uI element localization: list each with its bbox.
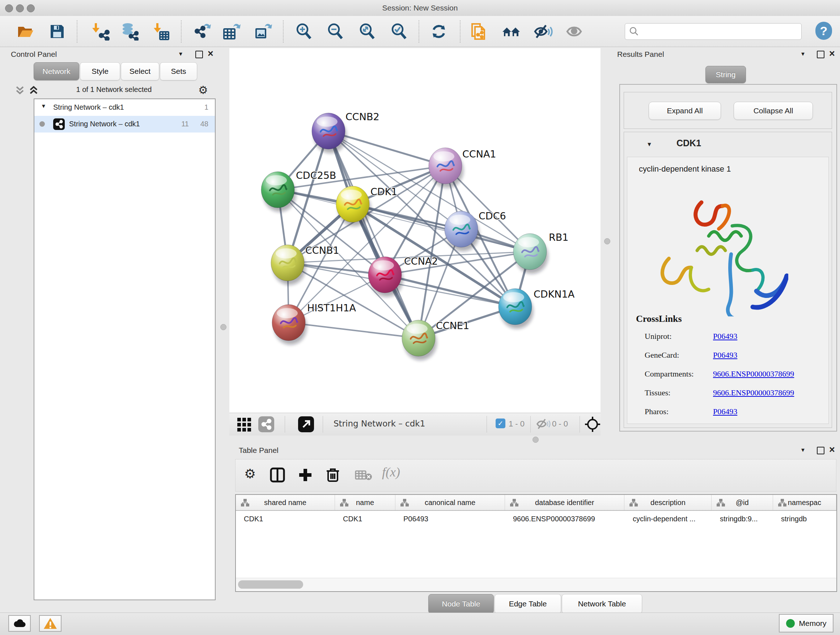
table-cell[interactable]: stringdb bbox=[773, 511, 836, 527]
network-node-ccne1[interactable]: CCNE1 bbox=[402, 320, 469, 360]
results-panel-close-icon[interactable]: × bbox=[829, 48, 835, 59]
function-builder-icon: f(x) bbox=[382, 464, 400, 480]
search-input[interactable] bbox=[625, 23, 802, 40]
network-node-rb1[interactable]: RB1 bbox=[513, 232, 568, 274]
table-cell[interactable]: CDK1 bbox=[236, 511, 335, 527]
home-pages-icon[interactable] bbox=[502, 22, 520, 41]
bottom-splitter-handle[interactable] bbox=[532, 437, 538, 443]
network-node-ccna1[interactable]: CCNA1 bbox=[429, 148, 496, 188]
tab-style[interactable]: Style bbox=[80, 62, 120, 80]
table-settings-gear-icon[interactable]: ⚙ bbox=[244, 467, 256, 480]
delete-column-trash-icon[interactable] bbox=[325, 467, 340, 484]
table-panel-float-icon[interactable] bbox=[817, 447, 824, 456]
tab-select[interactable]: Select bbox=[121, 62, 159, 80]
zoom-selected-icon[interactable] bbox=[390, 22, 408, 41]
column-header-canonical-name[interactable]: canonical name bbox=[395, 495, 505, 510]
table-cell[interactable]: P06493 bbox=[395, 511, 505, 527]
control-panel-float-icon[interactable] bbox=[195, 51, 203, 60]
help-button[interactable]: ? bbox=[815, 22, 832, 40]
network-row[interactable]: String Network – cdk1 11 48 bbox=[34, 116, 215, 133]
birds-eye-view-icon[interactable] bbox=[298, 416, 314, 434]
control-panel-collapse-icon[interactable]: ▼ bbox=[178, 51, 183, 57]
add-column-icon[interactable] bbox=[298, 467, 313, 484]
network-node-cdc6[interactable]: CDC6 bbox=[445, 211, 506, 251]
zoom-in-icon[interactable] bbox=[295, 22, 313, 41]
table-panel-close-icon[interactable]: × bbox=[829, 444, 835, 455]
results-panel-collapse-icon[interactable]: ▼ bbox=[800, 51, 806, 57]
warning-status-button[interactable] bbox=[39, 615, 62, 632]
memory-button[interactable]: Memory bbox=[779, 614, 834, 632]
network-collection-row[interactable]: ▼ String Network – cdk1 1 bbox=[34, 99, 215, 116]
tab-node-table[interactable]: Node Table bbox=[428, 594, 494, 614]
column-header-name[interactable]: name bbox=[335, 495, 395, 510]
column-header--id[interactable]: @id bbox=[712, 495, 773, 510]
control-panel-close-icon[interactable]: × bbox=[208, 48, 213, 59]
refresh-icon[interactable] bbox=[430, 22, 448, 41]
network-node-count: 11 bbox=[181, 120, 189, 128]
tab-sets[interactable]: Sets bbox=[160, 62, 197, 80]
right-splitter-handle[interactable] bbox=[604, 238, 610, 244]
expand-all-button[interactable]: Expand All bbox=[649, 102, 721, 120]
gene-collapse-icon[interactable]: ▼ bbox=[646, 141, 652, 148]
crosslink-link[interactable]: 9606.ENSP00000378699 bbox=[713, 388, 794, 397]
table-columns-icon[interactable] bbox=[270, 467, 285, 484]
tab-string[interactable]: String bbox=[706, 66, 746, 83]
scrollbar-thumb[interactable] bbox=[238, 580, 303, 589]
network-options-gear-icon[interactable]: ⚙ bbox=[198, 85, 208, 96]
network-canvas[interactable]: CCNB2CCNA1CDC25BCDK1CDC6RB1CCNB1CCNA2CDK… bbox=[229, 48, 600, 413]
network-node-ccnb1[interactable]: CCNB1 bbox=[271, 245, 339, 285]
results-panel-title: Results Panel bbox=[617, 50, 664, 59]
column-header-description[interactable]: description bbox=[624, 495, 712, 510]
import-network-from-database-icon[interactable] bbox=[120, 22, 139, 41]
tab-edge-table[interactable]: Edge Table bbox=[494, 594, 561, 614]
network-share-view-icon[interactable] bbox=[258, 416, 274, 434]
export-image-icon[interactable] bbox=[254, 22, 272, 41]
save-session-icon[interactable] bbox=[48, 22, 66, 41]
column-header-database-identifier[interactable]: database identifier bbox=[505, 495, 625, 510]
export-table-icon[interactable] bbox=[223, 22, 240, 41]
copy-network-icon[interactable] bbox=[469, 22, 487, 41]
control-panel-title: Control Panel bbox=[11, 50, 57, 59]
network-node-cdkn1a[interactable]: CDKN1A bbox=[499, 288, 575, 329]
column-type-icon bbox=[716, 498, 725, 507]
fit-selection-crosshair-icon[interactable] bbox=[584, 416, 601, 434]
zoom-out-icon[interactable] bbox=[326, 22, 344, 41]
hide-selected-eye-icon[interactable] bbox=[534, 22, 552, 41]
table-cell[interactable]: cyclin-dependent ... bbox=[625, 511, 712, 527]
grid-view-icon[interactable] bbox=[237, 417, 252, 433]
export-network-icon[interactable] bbox=[194, 22, 212, 41]
open-session-icon[interactable] bbox=[16, 22, 34, 41]
table-row[interactable]: CDK1CDK1P064939606.ENSP00000378699cyclin… bbox=[236, 511, 836, 527]
table-toolbar: ⚙ f(x) bbox=[235, 459, 836, 492]
network-node-cdk1[interactable]: CDK1 bbox=[336, 186, 398, 226]
column-header-shared-name[interactable]: shared name bbox=[236, 495, 335, 510]
crosslink-link[interactable]: P06493 bbox=[713, 350, 737, 360]
crosslink-link[interactable]: P06493 bbox=[713, 332, 737, 341]
table-cell[interactable]: stringdb:9... bbox=[712, 511, 773, 527]
tab-network-table[interactable]: Network Table bbox=[562, 594, 642, 614]
selected-nodes-checkbox-icon[interactable]: ✓ bbox=[496, 418, 505, 428]
gene-section: ▼ CDK1 cyclin-dependent kinase 1 bbox=[624, 132, 832, 428]
crosslink-link[interactable]: P06493 bbox=[713, 407, 737, 416]
table-cell[interactable]: CDK1 bbox=[335, 511, 395, 527]
left-splitter-handle[interactable] bbox=[220, 324, 226, 330]
table-panel-collapse-icon[interactable]: ▼ bbox=[800, 447, 806, 453]
zoom-fit-icon[interactable] bbox=[358, 22, 376, 41]
results-panel-float-icon[interactable] bbox=[817, 51, 824, 60]
collapse-all-networks-icon[interactable] bbox=[14, 85, 27, 98]
table-cell[interactable]: 9606.ENSP00000378699 bbox=[505, 511, 625, 527]
table-horizontal-scrollbar[interactable] bbox=[236, 578, 836, 591]
collapse-all-button[interactable]: Collapse All bbox=[734, 102, 813, 120]
import-table-icon[interactable] bbox=[152, 22, 170, 41]
tab-network[interactable]: Network bbox=[34, 62, 79, 80]
column-header-namespac[interactable]: namespac bbox=[773, 495, 836, 510]
collection-name: String Network – cdk1 bbox=[53, 103, 124, 111]
crosslink-link[interactable]: 9606.ENSP00000378699 bbox=[713, 369, 794, 379]
cloud-status-button[interactable] bbox=[8, 615, 31, 632]
selected-count-badge: 1 - 0 bbox=[508, 419, 524, 429]
table-header-row[interactable]: shared namenamecanonical namedatabase id… bbox=[236, 495, 836, 511]
collection-expand-icon[interactable]: ▼ bbox=[41, 103, 46, 109]
import-network-icon[interactable] bbox=[92, 22, 110, 41]
network-node-hist1h1a[interactable]: HIST1H1A bbox=[272, 302, 356, 345]
expand-all-networks-icon[interactable] bbox=[28, 85, 41, 98]
